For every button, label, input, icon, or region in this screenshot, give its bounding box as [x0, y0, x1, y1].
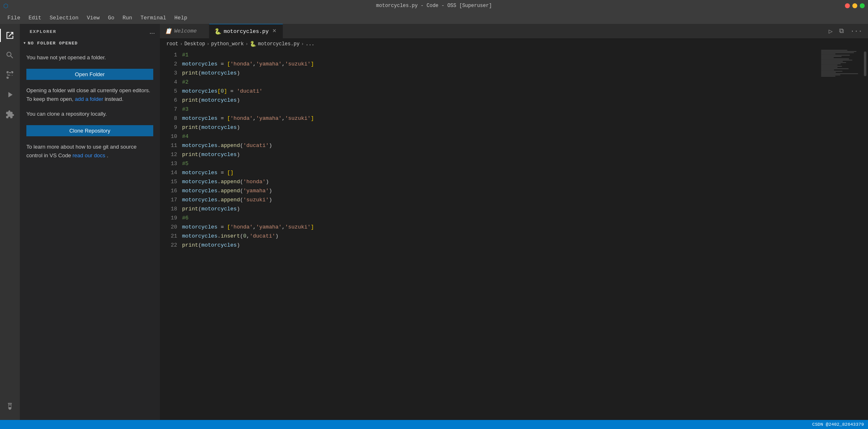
breadcrumb-sep-4: ›: [301, 42, 304, 47]
read-docs-link[interactable]: read our docs: [73, 152, 105, 159]
code-editor: 12345678910111213141516171819202122 #1mo…: [160, 50, 868, 420]
code-line[interactable]: #3: [180, 105, 821, 114]
code-line[interactable]: motorcycles.append('ducati'): [180, 141, 821, 150]
add-folder-link[interactable]: add a folder: [75, 96, 103, 102]
code-line[interactable]: print(motorcycles): [180, 96, 821, 105]
status-csdn[interactable]: CSDN @2402_82643379: [812, 422, 864, 427]
activity-explorer[interactable]: [0, 26, 20, 45]
maximize-window-btn[interactable]: [860, 3, 865, 8]
code-line[interactable]: motorcycles[0] = 'ducati': [180, 87, 821, 96]
code-line[interactable]: motorcycles = ['honda','yamaha','suzuki'…: [180, 114, 821, 123]
no-folder-chevron-icon: ▾: [23, 40, 26, 46]
activity-extensions[interactable]: [0, 105, 20, 124]
menu-view[interactable]: View: [83, 13, 104, 23]
minimize-window-btn[interactable]: [852, 3, 857, 8]
title-bar: ⬡ motorcycles.py - Code - OSS [Superuser…: [0, 0, 868, 12]
code-line[interactable]: print(motorcycles): [180, 241, 821, 250]
code-line[interactable]: print(motorcycles): [180, 205, 821, 214]
minimap-line: [821, 55, 850, 56]
run-code-button[interactable]: ▷: [826, 26, 835, 36]
minimap-line: [821, 52, 854, 53]
sidebar-content: You have not yet opened a folder. Open F…: [20, 48, 160, 420]
line-number: 6: [160, 96, 177, 105]
code-line[interactable]: motorcycles.append('honda'): [180, 177, 821, 187]
minimap-line: [821, 72, 836, 73]
activity-run-debug[interactable]: [0, 85, 20, 105]
code-content[interactable]: #1motorcycles = ['honda','yamaha','suzuk…: [180, 50, 821, 420]
scrollbar-thumb[interactable]: [864, 51, 866, 76]
python-tab-icon: 🐍: [214, 28, 221, 35]
menu-edit[interactable]: Edit: [24, 13, 45, 23]
status-bar: CSDN @2402_82643379: [0, 420, 868, 429]
line-number: 13: [160, 159, 177, 168]
learn-more-text: To learn more about how to use git and s…: [26, 143, 153, 160]
line-number: 21: [160, 232, 177, 241]
code-line[interactable]: motorcycles = []: [180, 168, 821, 177]
breadcrumb-python-work[interactable]: python_work: [211, 41, 243, 47]
tab-bar: 📋 Welcome 🐍 motorcycles.py × ▷ ⧉ ···: [160, 24, 868, 38]
no-folder-title: NO FOLDER OPENED: [28, 41, 78, 46]
main-layout: EXPLORER ... ▾ NO FOLDER OPENED You have…: [0, 24, 868, 420]
welcome-tab-label: Welcome: [174, 28, 197, 34]
code-line[interactable]: #5: [180, 159, 821, 168]
window-title: motorcycles.py - Code - OSS [Superuser]: [376, 3, 492, 9]
code-line[interactable]: print(motorcycles): [180, 69, 821, 78]
line-number: 1: [160, 51, 177, 60]
minimap-line: [821, 61, 843, 62]
menu-run[interactable]: Run: [118, 13, 136, 23]
more-actions-button[interactable]: ···: [848, 27, 865, 36]
tab-motorcycles-py[interactable]: 🐍 motorcycles.py ×: [209, 24, 283, 38]
code-line[interactable]: motorcycles.insert(0,'ducati'): [180, 232, 821, 241]
menu-file[interactable]: File: [3, 13, 24, 23]
code-line[interactable]: #4: [180, 132, 821, 141]
code-line[interactable]: print(motorcycles): [180, 123, 821, 132]
tab-close-button[interactable]: ×: [271, 28, 278, 35]
menu-terminal[interactable]: Terminal: [136, 13, 170, 23]
editor-area: 📋 Welcome 🐍 motorcycles.py × ▷ ⧉ ··· roo…: [160, 24, 868, 420]
line-number: 18: [160, 205, 177, 214]
line-number: 5: [160, 87, 177, 96]
minimap-line: [821, 58, 849, 59]
activity-source-control[interactable]: [0, 65, 20, 85]
vscode-logo-icon: ⬡: [3, 2, 8, 9]
window-controls: [845, 3, 865, 8]
breadcrumb-filename[interactable]: motorcycles.py: [258, 41, 299, 47]
line-number: 7: [160, 105, 177, 114]
breadcrumb: root › Desktop › python_work › 🐍 motorcy…: [160, 38, 868, 50]
breadcrumb-desktop[interactable]: Desktop: [184, 41, 205, 47]
breadcrumb-root[interactable]: root: [166, 41, 178, 47]
breadcrumb-more[interactable]: ...: [306, 41, 315, 47]
line-number: 15: [160, 177, 177, 187]
clone-repository-button[interactable]: Clone Repository: [26, 125, 153, 136]
line-number: 22: [160, 241, 177, 250]
line-number: 14: [160, 168, 177, 177]
menu-help[interactable]: Help: [170, 13, 191, 23]
code-line[interactable]: motorcycles.append('suzuki'): [180, 196, 821, 205]
menu-go[interactable]: Go: [104, 13, 119, 23]
code-line[interactable]: #6: [180, 214, 821, 223]
tab-welcome[interactable]: 📋 Welcome: [160, 24, 209, 38]
open-folder-button[interactable]: Open Folder: [26, 69, 153, 80]
scrollbar-track[interactable]: [862, 50, 868, 420]
tab-actions: ▷ ⧉ ···: [826, 24, 868, 38]
line-number: 8: [160, 114, 177, 123]
menu-selection[interactable]: Selection: [45, 13, 82, 23]
code-line[interactable]: #2: [180, 78, 821, 87]
split-editor-button[interactable]: ⧉: [837, 26, 846, 36]
code-line[interactable]: motorcycles = ['honda','yamaha','suzuki'…: [180, 60, 821, 69]
minimap: [821, 50, 862, 420]
code-line[interactable]: motorcycles = ['honda','yamaha','suzuki'…: [180, 223, 821, 232]
minimap-line: [821, 67, 838, 68]
sidebar-more-button[interactable]: ...: [150, 28, 155, 35]
code-line[interactable]: print(motorcycles): [180, 150, 821, 159]
line-number: 3: [160, 69, 177, 78]
code-line[interactable]: #1: [180, 51, 821, 60]
minimap-line: [821, 68, 849, 69]
clone-description: You can clone a repository locally.: [26, 110, 153, 119]
minimap-line: [821, 62, 846, 63]
activity-flask[interactable]: [0, 397, 20, 417]
open-folder-description: You have not yet opened a folder.: [26, 54, 153, 62]
close-window-btn[interactable]: [845, 3, 850, 8]
code-line[interactable]: motorcycles.append('yamaha'): [180, 187, 821, 196]
activity-search[interactable]: [0, 45, 20, 65]
